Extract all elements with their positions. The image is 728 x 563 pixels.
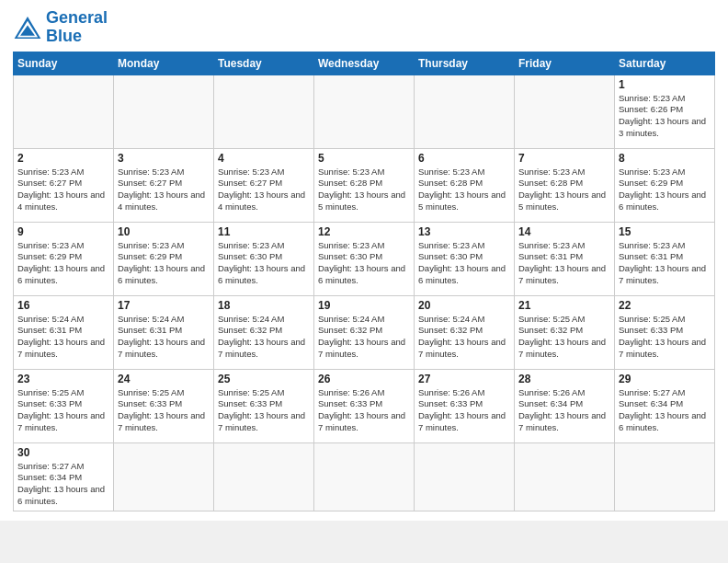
calendar-cell: [314, 442, 415, 511]
day-info: Sunrise: 5:25 AM Sunset: 6:33 PM Dayligh…: [118, 387, 210, 434]
day-number: 26: [318, 373, 410, 385]
day-number: 21: [518, 299, 610, 312]
calendar-cell: 1Sunrise: 5:23 AM Sunset: 6:26 PM Daylig…: [615, 75, 715, 148]
day-info: Sunrise: 5:23 AM Sunset: 6:30 PM Dayligh…: [318, 240, 410, 287]
day-info: Sunrise: 5:26 AM Sunset: 6:34 PM Dayligh…: [518, 387, 610, 434]
day-number: 16: [17, 299, 109, 312]
calendar-cell: [14, 75, 114, 148]
day-info: Sunrise: 5:25 AM Sunset: 6:33 PM Dayligh…: [17, 387, 109, 434]
calendar-cell: 9Sunrise: 5:23 AM Sunset: 6:29 PM Daylig…: [14, 222, 114, 295]
calendar-cell: 17Sunrise: 5:24 AM Sunset: 6:31 PM Dayli…: [114, 295, 214, 369]
calendar-cell: [214, 75, 314, 148]
day-number: 3: [118, 152, 210, 165]
day-number: 17: [118, 299, 210, 312]
day-info: Sunrise: 5:23 AM Sunset: 6:28 PM Dayligh…: [318, 167, 410, 213]
header-monday: Monday: [114, 52, 214, 75]
day-number: 11: [218, 225, 310, 238]
day-number: 24: [118, 373, 210, 385]
logo: General Blue: [13, 9, 108, 46]
day-number: 6: [418, 152, 510, 165]
calendar-cell: [615, 442, 715, 511]
day-number: 14: [518, 225, 610, 238]
day-info: Sunrise: 5:23 AM Sunset: 6:27 PM Dayligh…: [218, 167, 310, 213]
day-info: Sunrise: 5:23 AM Sunset: 6:28 PM Dayligh…: [418, 167, 510, 213]
calendar-cell: 26Sunrise: 5:26 AM Sunset: 6:33 PM Dayli…: [314, 369, 415, 442]
day-info: Sunrise: 5:23 AM Sunset: 6:27 PM Dayligh…: [17, 167, 109, 213]
calendar-cell: 13Sunrise: 5:23 AM Sunset: 6:30 PM Dayli…: [415, 222, 515, 295]
calendar-cell: [114, 75, 214, 148]
day-number: 7: [518, 152, 610, 165]
day-info: Sunrise: 5:25 AM Sunset: 6:33 PM Dayligh…: [218, 387, 310, 434]
day-number: 2: [17, 152, 109, 165]
logo-text: General Blue: [46, 9, 108, 46]
header-thursday: Thursday: [415, 52, 515, 75]
day-number: 25: [218, 373, 310, 385]
day-number: 28: [518, 373, 610, 385]
day-info: Sunrise: 5:27 AM Sunset: 6:34 PM Dayligh…: [17, 461, 109, 508]
calendar-cell: [114, 442, 214, 511]
day-number: 10: [118, 225, 210, 238]
calendar-cell: 29Sunrise: 5:27 AM Sunset: 6:34 PM Dayli…: [615, 369, 715, 442]
calendar-cell: 4Sunrise: 5:23 AM Sunset: 6:27 PM Daylig…: [214, 148, 314, 222]
header-saturday: Saturday: [615, 52, 715, 75]
calendar-body: 1Sunrise: 5:23 AM Sunset: 6:26 PM Daylig…: [14, 75, 715, 511]
day-number: 9: [17, 225, 109, 238]
calendar-cell: 16Sunrise: 5:24 AM Sunset: 6:31 PM Dayli…: [14, 295, 114, 369]
calendar-cell: 23Sunrise: 5:25 AM Sunset: 6:33 PM Dayli…: [14, 369, 114, 442]
calendar-cell: 15Sunrise: 5:23 AM Sunset: 6:31 PM Dayli…: [615, 222, 715, 295]
day-number: 15: [619, 225, 711, 238]
day-info: Sunrise: 5:24 AM Sunset: 6:31 PM Dayligh…: [17, 314, 109, 361]
day-number: 29: [619, 373, 711, 385]
logo-icon: [13, 15, 42, 40]
day-number: 23: [17, 373, 109, 385]
calendar-table: Sunday Monday Tuesday Wednesday Thursday…: [13, 52, 715, 511]
day-info: Sunrise: 5:23 AM Sunset: 6:30 PM Dayligh…: [218, 240, 310, 287]
day-info: Sunrise: 5:23 AM Sunset: 6:30 PM Dayligh…: [418, 240, 510, 287]
calendar-cell: 22Sunrise: 5:25 AM Sunset: 6:33 PM Dayli…: [615, 295, 715, 369]
day-number: 20: [418, 299, 510, 312]
day-number: 5: [318, 152, 410, 165]
calendar-cell: 18Sunrise: 5:24 AM Sunset: 6:32 PM Dayli…: [214, 295, 314, 369]
day-info: Sunrise: 5:24 AM Sunset: 6:31 PM Dayligh…: [118, 314, 210, 361]
day-info: Sunrise: 5:23 AM Sunset: 6:26 PM Dayligh…: [619, 93, 711, 140]
day-info: Sunrise: 5:23 AM Sunset: 6:28 PM Dayligh…: [518, 167, 610, 213]
calendar-cell: 6Sunrise: 5:23 AM Sunset: 6:28 PM Daylig…: [415, 148, 515, 222]
day-number: 12: [318, 225, 410, 238]
calendar-cell: [314, 75, 415, 148]
logo-blue: Blue: [46, 27, 82, 45]
calendar-cell: [214, 442, 314, 511]
calendar-cell: 25Sunrise: 5:25 AM Sunset: 6:33 PM Dayli…: [214, 369, 314, 442]
day-info: Sunrise: 5:27 AM Sunset: 6:34 PM Dayligh…: [619, 387, 711, 434]
calendar-cell: 11Sunrise: 5:23 AM Sunset: 6:30 PM Dayli…: [214, 222, 314, 295]
day-number: 4: [218, 152, 310, 165]
calendar-cell: 8Sunrise: 5:23 AM Sunset: 6:29 PM Daylig…: [615, 148, 715, 222]
calendar-cell: 24Sunrise: 5:25 AM Sunset: 6:33 PM Dayli…: [114, 369, 214, 442]
calendar-cell: 5Sunrise: 5:23 AM Sunset: 6:28 PM Daylig…: [314, 148, 415, 222]
header-tuesday: Tuesday: [214, 52, 314, 75]
header-friday: Friday: [515, 52, 615, 75]
day-info: Sunrise: 5:26 AM Sunset: 6:33 PM Dayligh…: [418, 387, 510, 434]
calendar-cell: 3Sunrise: 5:23 AM Sunset: 6:27 PM Daylig…: [114, 148, 214, 222]
calendar-cell: 12Sunrise: 5:23 AM Sunset: 6:30 PM Dayli…: [314, 222, 415, 295]
calendar-cell: [415, 75, 515, 148]
calendar-cell: 21Sunrise: 5:25 AM Sunset: 6:32 PM Dayli…: [515, 295, 615, 369]
calendar-cell: 28Sunrise: 5:26 AM Sunset: 6:34 PM Dayli…: [515, 369, 615, 442]
calendar-header: Sunday Monday Tuesday Wednesday Thursday…: [14, 52, 715, 75]
calendar-cell: [515, 442, 615, 511]
day-info: Sunrise: 5:24 AM Sunset: 6:32 PM Dayligh…: [218, 314, 310, 361]
calendar-cell: 19Sunrise: 5:24 AM Sunset: 6:32 PM Dayli…: [314, 295, 415, 369]
calendar-cell: 7Sunrise: 5:23 AM Sunset: 6:28 PM Daylig…: [515, 148, 615, 222]
day-number: 1: [619, 78, 711, 91]
calendar-cell: 14Sunrise: 5:23 AM Sunset: 6:31 PM Dayli…: [515, 222, 615, 295]
page-header: General Blue: [13, 9, 715, 46]
day-number: 8: [619, 152, 711, 165]
calendar-cell: [415, 442, 515, 511]
header-wednesday: Wednesday: [314, 52, 415, 75]
day-info: Sunrise: 5:25 AM Sunset: 6:33 PM Dayligh…: [619, 314, 711, 361]
day-number: 22: [619, 299, 711, 312]
day-info: Sunrise: 5:24 AM Sunset: 6:32 PM Dayligh…: [418, 314, 510, 361]
day-number: 27: [418, 373, 510, 385]
calendar-cell: [515, 75, 615, 148]
day-info: Sunrise: 5:23 AM Sunset: 6:29 PM Dayligh…: [17, 240, 109, 287]
day-info: Sunrise: 5:23 AM Sunset: 6:29 PM Dayligh…: [118, 240, 210, 287]
